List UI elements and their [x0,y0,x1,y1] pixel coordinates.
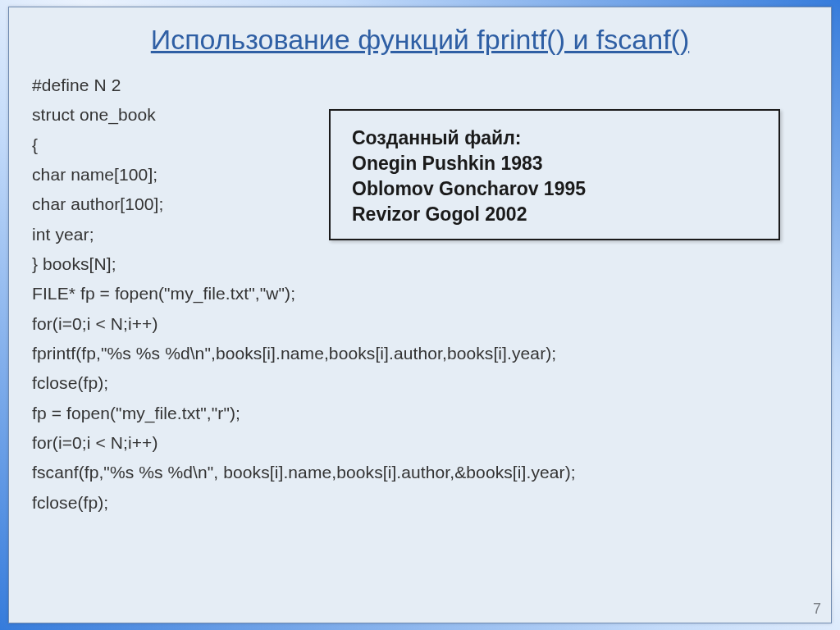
slide-frame: Использование функций fprintf() и fscanf… [8,7,832,623]
code-line: } books[N]; [32,249,808,279]
code-line: FILE* fp = fopen("my_file.txt","w"); [32,279,808,308]
output-line: Oblomov Goncharov 1995 [352,176,757,202]
code-line: #define N 2 [32,71,808,100]
code-line: fclose(fp); [32,368,808,398]
output-line: Onegin Pushkin 1983 [352,151,757,176]
slide-title: Использование функций fprintf() и fscanf… [32,24,808,56]
code-line: fprintf(fp,"%s %s %d\n",books[i].name,bo… [32,339,808,368]
code-line: fscanf(fp,"%s %s %d\n", books[i].name,bo… [32,458,808,487]
output-heading: Созданный файл: [352,126,757,151]
output-box: Созданный файл: Onegin Pushkin 1983 Oblo… [329,109,780,240]
code-line: for(i=0;i < N;i++) [32,428,808,458]
output-line: Revizor Gogol 2002 [352,202,757,227]
code-line: fp = fopen("my_file.txt","r"); [32,399,808,428]
code-line: fclose(fp); [32,488,808,518]
page-number: 7 [813,600,821,618]
code-line: for(i=0;i < N;i++) [32,309,808,339]
